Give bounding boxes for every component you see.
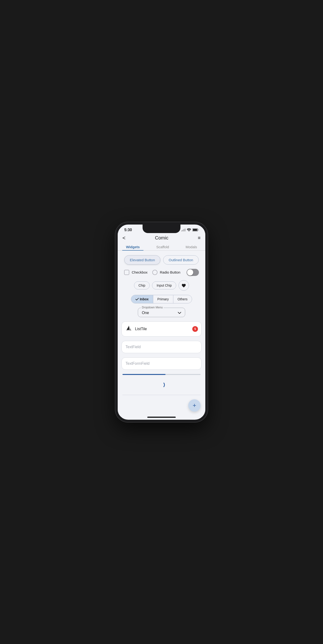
controls-row: Checkbox Radio Button <box>122 269 202 276</box>
check-icon <box>136 298 139 300</box>
seg-inbox[interactable]: Inbox <box>131 295 153 303</box>
tabs-row: Widgets Scaffold Modals <box>118 242 205 250</box>
page-title: Comic <box>155 235 168 241</box>
seg-primary[interactable]: Primary <box>153 295 173 303</box>
status-icons <box>181 228 199 232</box>
buttons-row: Elevated Button Outlined Button <box>122 255 202 264</box>
tab-scaffold[interactable]: Scaffold <box>152 244 173 250</box>
toggle-switch[interactable] <box>186 269 199 276</box>
dropdown-label: Dropdown Menu <box>141 306 164 309</box>
spinner-wrap <box>122 379 202 390</box>
segmented-row: Inbox Primary Others <box>122 295 202 304</box>
fab-row: + <box>122 399 202 412</box>
outlined-button[interactable]: Outlined Button <box>163 255 198 264</box>
text-field-placeholder: TextField <box>126 345 141 349</box>
list-tile-icon <box>126 325 132 333</box>
dropdown-menu[interactable]: Dropdown Menu One <box>138 308 185 317</box>
divider <box>122 395 200 395</box>
chips-row: Chip Input Chip <box>122 280 202 290</box>
tab-widgets[interactable]: Widgets <box>122 244 144 250</box>
dropdown-arrow-icon <box>178 312 181 314</box>
tab-modals[interactable]: Modals <box>182 244 201 250</box>
svg-rect-5 <box>198 229 198 230</box>
list-tile[interactable]: ListTile 5 <box>122 322 202 336</box>
chip-button[interactable]: Chip <box>134 282 150 290</box>
svg-rect-1 <box>182 230 183 232</box>
wifi-icon <box>187 228 191 232</box>
top-bar: < Comic ≡ <box>118 233 205 242</box>
status-bar: 5:30 <box>118 224 205 233</box>
toggle-knob <box>187 269 193 276</box>
time-display: 5:30 <box>124 228 132 232</box>
text-form-field-placeholder: TextFormField <box>126 362 150 366</box>
back-button[interactable]: < <box>122 235 126 241</box>
input-chip-button[interactable]: Input Chip <box>152 282 176 290</box>
dropdown-inner: One <box>142 311 181 315</box>
progress-bar <box>122 374 200 375</box>
heart-chip[interactable] <box>178 280 189 290</box>
radio-button[interactable] <box>152 270 158 275</box>
text-form-field[interactable]: TextFormField <box>122 358 202 370</box>
loading-spinner <box>158 382 165 388</box>
seg-others[interactable]: Others <box>173 295 192 303</box>
dropdown-row: Dropdown Menu One <box>122 308 202 317</box>
svg-rect-6 <box>193 229 197 231</box>
text-field[interactable]: TextField <box>122 341 202 353</box>
sailboat-icon <box>126 325 132 332</box>
list-tile-badge: 5 <box>192 326 198 332</box>
heart-icon <box>182 283 186 288</box>
elevated-button[interactable]: Elevated Button <box>124 255 160 264</box>
progress-bar-fill <box>122 374 166 375</box>
screen-content: < Comic ≡ Widgets Scaffold Modals Elevat… <box>118 233 205 416</box>
signal-icon <box>181 228 186 232</box>
main-area: Elevated Button Outlined Button Checkbox… <box>118 250 205 416</box>
home-indicator <box>147 416 176 418</box>
radio-label: Radio Button <box>160 270 180 274</box>
battery-icon <box>192 228 199 232</box>
svg-rect-2 <box>184 229 184 232</box>
phone-frame: 5:30 < Comic <box>115 222 208 422</box>
checkbox-label: Checkbox <box>132 270 148 274</box>
list-tile-text: ListTile <box>135 327 147 331</box>
segmented-control: Inbox Primary Others <box>131 295 192 304</box>
fab-button[interactable]: + <box>188 399 200 412</box>
dropdown-value: One <box>142 311 149 315</box>
svg-rect-0 <box>181 230 182 232</box>
svg-rect-3 <box>185 228 186 232</box>
checkbox[interactable] <box>124 270 129 275</box>
menu-button[interactable]: ≡ <box>198 235 200 241</box>
